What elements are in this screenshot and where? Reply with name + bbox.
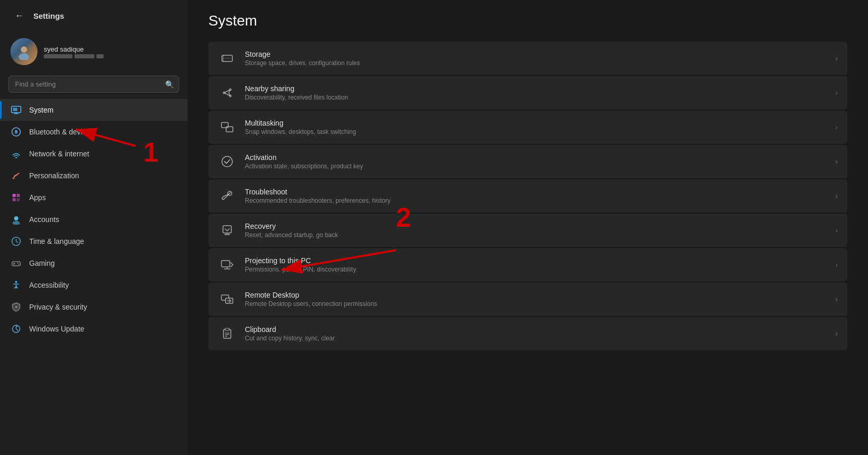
clipboard-chevron: › [835, 329, 838, 338]
recovery-chevron: › [835, 226, 838, 235]
search-input[interactable] [8, 76, 179, 93]
svg-point-21 [15, 281, 17, 283]
projecting-chevron: › [835, 261, 838, 269]
activation-icon [218, 152, 237, 171]
clipboard-text: Clipboard Cut and copy history, sync, cl… [245, 325, 827, 342]
account-bar-2 [75, 54, 94, 58]
svg-point-6 [12, 128, 20, 136]
settings-item-multitasking[interactable]: Multitasking Snap windows, desktops, tas… [208, 110, 847, 144]
svg-rect-12 [17, 198, 20, 201]
nearby-sharing-desc: Discoverability, received files location [245, 94, 827, 101]
sidebar: ← Settings syed sadique 🔍 [0, 0, 188, 455]
sidebar-item-accounts[interactable]: Accounts [0, 208, 188, 230]
sidebar-item-personalization-label: Personalization [29, 171, 79, 180]
settings-item-projecting[interactable]: Projecting to this PC Permissions, pairi… [208, 248, 847, 281]
svg-point-8 [13, 177, 15, 179]
svg-point-20 [18, 264, 19, 265]
settings-item-activation[interactable]: Activation Activation state, subscriptio… [208, 145, 847, 178]
settings-item-clipboard[interactable]: Clipboard Cut and copy history, sync, cl… [208, 317, 847, 350]
privacy-icon [10, 301, 22, 313]
user-info: syed sadique [44, 45, 104, 58]
sidebar-item-system[interactable]: System [0, 99, 188, 121]
storage-text: Storage Storage space, drives, configura… [245, 50, 827, 67]
network-icon [10, 148, 22, 159]
svg-rect-35 [221, 261, 230, 267]
troubleshoot-icon [218, 187, 237, 205]
sidebar-item-bluetooth[interactable]: Bluetooth & devices [0, 121, 188, 143]
main-content: System Storage Storage space, drives, co… [188, 0, 868, 455]
svg-point-13 [14, 216, 18, 220]
settings-item-troubleshoot[interactable]: Troubleshoot Recommended troubleshooters… [208, 179, 847, 213]
storage-title: Storage [245, 50, 827, 58]
bluetooth-icon [10, 126, 22, 138]
svg-rect-11 [13, 198, 16, 201]
svg-rect-9 [13, 194, 16, 197]
settings-item-storage[interactable]: Storage Storage space, drives, configura… [208, 42, 847, 75]
multitasking-text: Multitasking Snap windows, desktops, tas… [245, 119, 827, 136]
page-title: System [208, 13, 847, 29]
account-bar-1 [44, 54, 72, 58]
multitasking-icon [218, 118, 237, 137]
avatar [10, 38, 38, 65]
sidebar-item-network[interactable]: Network & internet [0, 143, 188, 165]
sidebar-title: Settings [33, 11, 64, 20]
user-name: syed sadique [44, 45, 104, 53]
settings-item-remote-desktop[interactable]: Remote Desktop Remote Desktop users, con… [208, 282, 847, 316]
sidebar-item-system-label: System [29, 106, 54, 114]
settings-list: Storage Storage space, drives, configura… [208, 42, 847, 350]
svg-rect-10 [17, 194, 20, 197]
sidebar-item-personalization[interactable]: Personalization [0, 165, 188, 187]
sidebar-item-accessibility-label: Accessibility [29, 281, 69, 289]
svg-point-1 [19, 53, 29, 60]
troubleshoot-chevron: › [835, 192, 838, 200]
sidebar-item-accounts-label: Accounts [29, 215, 59, 224]
settings-item-nearby-sharing[interactable]: Nearby sharing Discoverability, received… [208, 76, 847, 109]
personalization-icon [10, 170, 22, 181]
accounts-icon [10, 214, 22, 225]
nearby-sharing-chevron: › [835, 89, 838, 97]
nearby-sharing-title: Nearby sharing [245, 84, 827, 93]
nearby-sharing-text: Nearby sharing Discoverability, received… [245, 84, 827, 101]
search-box: 🔍 [8, 76, 179, 93]
sidebar-item-gaming[interactable]: Gaming [0, 252, 188, 274]
svg-point-22 [15, 306, 17, 308]
multitasking-chevron: › [835, 123, 838, 131]
sidebar-item-network-label: Network & internet [29, 150, 89, 158]
update-icon [10, 323, 22, 335]
account-bar-3 [96, 54, 104, 58]
remote-desktop-text: Remote Desktop Remote Desktop users, con… [245, 291, 827, 308]
remote-desktop-title: Remote Desktop [245, 291, 827, 299]
back-button[interactable]: ← [10, 8, 28, 23]
remote-desktop-desc: Remote Desktop users, connection permiss… [245, 300, 827, 308]
settings-item-recovery[interactable]: Recovery Reset, advanced startup, go bac… [208, 214, 847, 247]
clipboard-icon [218, 324, 237, 343]
sidebar-item-update-label: Windows Update [29, 325, 84, 333]
remote-desktop-icon [218, 290, 237, 309]
svg-point-0 [21, 46, 27, 53]
svg-point-29 [223, 92, 226, 94]
activation-text: Activation Activation state, subscriptio… [245, 153, 827, 170]
svg-point-28 [229, 95, 232, 97]
recovery-desc: Reset, advanced startup, go back [245, 231, 827, 239]
troubleshoot-text: Troubleshoot Recommended troubleshooters… [245, 188, 827, 204]
svg-point-32 [222, 156, 232, 167]
sidebar-item-time[interactable]: Time & language [0, 230, 188, 252]
multitasking-desc: Snap windows, desktops, task switching [245, 128, 827, 136]
recovery-icon [218, 221, 237, 240]
clipboard-desc: Cut and copy history, sync, clear [245, 335, 827, 342]
sidebar-item-accessibility[interactable]: Accessibility [0, 274, 188, 296]
sidebar-item-privacy[interactable]: Privacy & security [0, 296, 188, 318]
sidebar-item-update[interactable]: Windows Update [0, 318, 188, 340]
activation-desc: Activation state, subscriptions, product… [245, 163, 827, 170]
sidebar-header: ← Settings [0, 0, 188, 32]
sidebar-item-time-label: Time & language [29, 237, 84, 245]
remote-desktop-chevron: › [835, 295, 838, 303]
storage-chevron: › [835, 54, 838, 63]
sidebar-item-bluetooth-label: Bluetooth & devices [29, 128, 94, 136]
recovery-title: Recovery [245, 222, 827, 230]
sidebar-item-apps[interactable]: Apps [0, 187, 188, 208]
troubleshoot-title: Troubleshoot [245, 188, 827, 196]
system-icon [10, 104, 22, 116]
svg-point-7 [16, 157, 17, 158]
troubleshoot-desc: Recommended troubleshooters, preferences… [245, 197, 827, 204]
